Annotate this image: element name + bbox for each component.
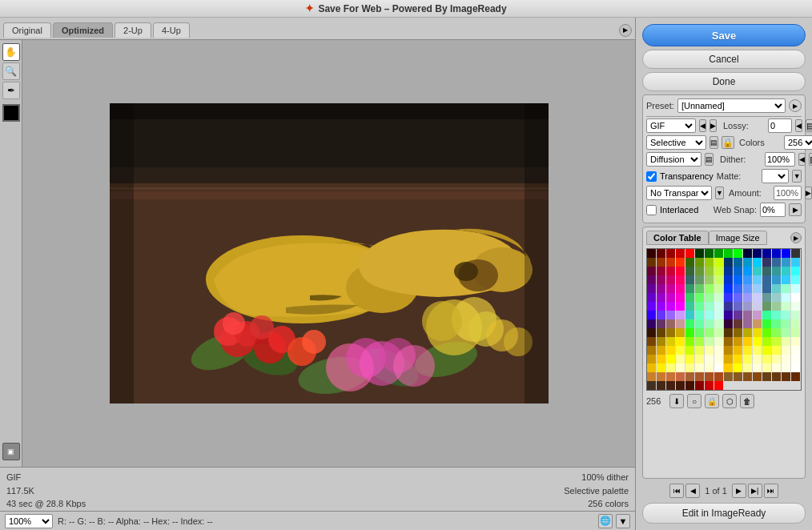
color-cell[interactable] bbox=[791, 275, 800, 284]
color-cell[interactable] bbox=[791, 346, 800, 355]
color-cell[interactable] bbox=[734, 258, 742, 267]
color-cell[interactable] bbox=[657, 249, 665, 258]
color-cell[interactable] bbox=[666, 249, 675, 258]
color-cell[interactable] bbox=[705, 372, 714, 381]
color-cell[interactable] bbox=[676, 258, 685, 267]
color-cell[interactable] bbox=[724, 302, 733, 311]
color-cell[interactable] bbox=[647, 258, 656, 267]
color-cell[interactable] bbox=[695, 267, 704, 275]
color-cell[interactable] bbox=[791, 267, 800, 275]
save-button[interactable]: Save bbox=[642, 24, 806, 46]
color-cell[interactable] bbox=[666, 293, 675, 302]
color-cell[interactable] bbox=[685, 328, 694, 337]
color-cell[interactable] bbox=[714, 293, 723, 302]
cancel-button[interactable]: Cancel bbox=[642, 50, 806, 69]
color-cell[interactable] bbox=[685, 258, 694, 267]
color-cell[interactable] bbox=[734, 293, 742, 302]
zoom-tool[interactable]: 🔍 bbox=[2, 62, 20, 80]
color-cell[interactable] bbox=[647, 337, 656, 346]
color-cell[interactable] bbox=[724, 363, 733, 372]
color-cell[interactable] bbox=[724, 319, 733, 328]
color-cell[interactable] bbox=[705, 258, 714, 267]
color-cell[interactable] bbox=[782, 363, 790, 372]
color-cell[interactable] bbox=[695, 249, 704, 258]
nav-first-btn[interactable]: ⏮ bbox=[669, 484, 684, 498]
tab-color-table[interactable]: Color Table bbox=[646, 231, 709, 245]
color-cell[interactable] bbox=[666, 302, 675, 311]
transparency-checkbox[interactable] bbox=[646, 171, 657, 182]
color-cell[interactable] bbox=[657, 372, 665, 381]
color-cell[interactable] bbox=[734, 284, 742, 293]
color-cell[interactable] bbox=[734, 355, 742, 363]
color-cell[interactable] bbox=[676, 319, 685, 328]
color-cell[interactable] bbox=[685, 275, 694, 284]
color-cell[interactable] bbox=[714, 249, 723, 258]
color-cell[interactable] bbox=[714, 381, 723, 390]
color-cell[interactable] bbox=[666, 328, 675, 337]
color-cell[interactable] bbox=[762, 363, 771, 372]
color-cell[interactable] bbox=[762, 275, 771, 284]
color-cell[interactable] bbox=[753, 311, 762, 319]
panel-tab-arrow[interactable]: ▶ bbox=[790, 232, 802, 243]
color-cell[interactable] bbox=[772, 363, 781, 372]
color-cell[interactable] bbox=[762, 372, 771, 381]
color-cell[interactable] bbox=[724, 267, 733, 275]
color-cell[interactable] bbox=[705, 328, 714, 337]
color-cell[interactable] bbox=[714, 355, 723, 363]
color-cell[interactable] bbox=[647, 319, 656, 328]
matte-select[interactable] bbox=[762, 169, 790, 183]
color-cell[interactable] bbox=[695, 337, 704, 346]
color-cell[interactable] bbox=[714, 372, 723, 381]
settings-button[interactable]: ▼ bbox=[616, 514, 630, 528]
color-cell[interactable] bbox=[743, 275, 752, 284]
color-cell[interactable] bbox=[772, 302, 781, 311]
color-cell[interactable] bbox=[666, 346, 675, 355]
color-cell[interactable] bbox=[695, 293, 704, 302]
color-cell[interactable] bbox=[734, 346, 742, 355]
color-cell[interactable] bbox=[714, 258, 723, 267]
dither-options-btn[interactable]: ▤ bbox=[705, 153, 714, 166]
nav-next-btn[interactable]: ▶| bbox=[748, 484, 762, 498]
color-add-btn[interactable]: ⬇ bbox=[669, 394, 684, 408]
algorithm-select[interactable]: Selective Adaptive Perceptual Web bbox=[646, 135, 706, 150]
nav-play-btn[interactable]: ▶ bbox=[732, 484, 746, 498]
color-cell[interactable] bbox=[791, 258, 800, 267]
color-cell[interactable] bbox=[685, 249, 694, 258]
color-cell[interactable] bbox=[753, 258, 762, 267]
color-cell[interactable] bbox=[714, 346, 723, 355]
color-cell[interactable] bbox=[676, 275, 685, 284]
color-cell[interactable] bbox=[782, 249, 790, 258]
color-cell[interactable] bbox=[695, 363, 704, 372]
tab-4up[interactable]: 4-Up bbox=[153, 22, 190, 38]
color-cell[interactable] bbox=[705, 293, 714, 302]
color-cell[interactable] bbox=[685, 381, 694, 390]
color-swatch[interactable] bbox=[2, 104, 20, 122]
color-cell[interactable] bbox=[782, 275, 790, 284]
color-cell[interactable] bbox=[734, 363, 742, 372]
color-cell[interactable] bbox=[734, 337, 742, 346]
color-cell[interactable] bbox=[676, 363, 685, 372]
color-cell[interactable] bbox=[762, 284, 771, 293]
color-cell[interactable] bbox=[772, 293, 781, 302]
color-cell[interactable] bbox=[685, 337, 694, 346]
color-cell[interactable] bbox=[705, 381, 714, 390]
color-cell[interactable] bbox=[762, 258, 771, 267]
color-cell[interactable] bbox=[753, 319, 762, 328]
color-cell[interactable] bbox=[676, 311, 685, 319]
color-cell[interactable] bbox=[724, 249, 733, 258]
color-cell[interactable] bbox=[782, 337, 790, 346]
color-cell[interactable] bbox=[743, 346, 752, 355]
color-cell[interactable] bbox=[705, 267, 714, 275]
color-cell[interactable] bbox=[782, 258, 790, 267]
color-cell[interactable] bbox=[762, 293, 771, 302]
color-cell[interactable] bbox=[762, 355, 771, 363]
color-cell[interactable] bbox=[753, 337, 762, 346]
color-cell[interactable] bbox=[695, 355, 704, 363]
color-cell[interactable] bbox=[782, 267, 790, 275]
color-cell[interactable] bbox=[714, 302, 723, 311]
color-cell[interactable] bbox=[782, 372, 790, 381]
color-cell[interactable] bbox=[782, 302, 790, 311]
color-cell[interactable] bbox=[647, 275, 656, 284]
color-cell[interactable] bbox=[762, 319, 771, 328]
color-new-btn[interactable]: ○ bbox=[687, 394, 701, 408]
